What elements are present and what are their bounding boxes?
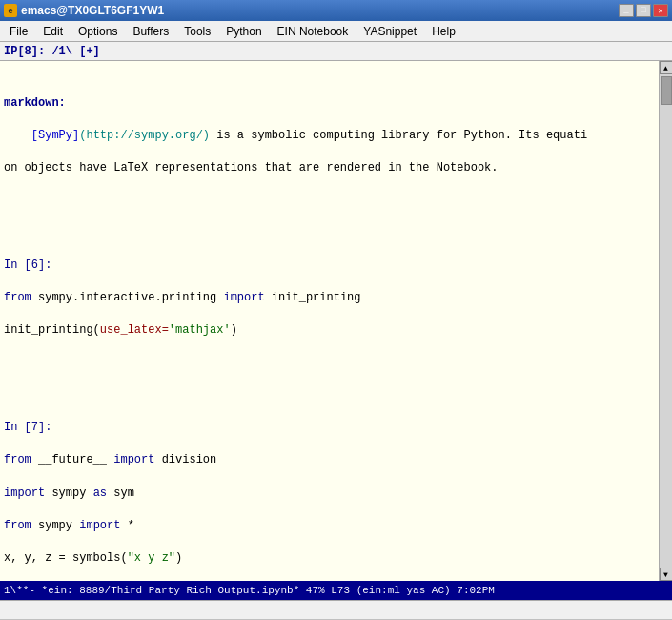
menu-file[interactable]: File xyxy=(2,21,35,41)
line-in6: In [6]: xyxy=(4,258,655,274)
ip-prompt: IP[8]: /1\ [+] xyxy=(4,45,100,58)
menu-edit[interactable]: Edit xyxy=(35,21,71,41)
maximize-button[interactable]: □ xyxy=(636,4,651,17)
menu-help[interactable]: Help xyxy=(424,21,463,41)
line-in7: In [7]: xyxy=(4,420,655,436)
menu-python[interactable]: Python xyxy=(218,21,269,41)
mini-bar xyxy=(0,600,672,619)
line-sympy-desc: [SymPy](http://sympy.org/) is a symbolic… xyxy=(4,128,655,144)
editor-content[interactable]: markdown: [SymPy](http://sympy.org/) is … xyxy=(0,61,659,581)
line-sympy-desc2: on objects have LaTeX representations th… xyxy=(4,160,655,176)
menu-bar: File Edit Options Buffers Tools Python E… xyxy=(0,21,672,42)
line-blank2 xyxy=(4,371,655,387)
prompt-line: IP[8]: /1\ [+] xyxy=(0,42,672,61)
scroll-thumb[interactable] xyxy=(661,76,672,105)
line-in7-code3: from sympy import * xyxy=(4,518,655,534)
scrollbar[interactable]: ▲ ▼ xyxy=(659,61,672,581)
scroll-up-arrow[interactable]: ▲ xyxy=(660,61,673,74)
title-bar-content: e emacs@TX0GLT6GF1YW1 xyxy=(4,4,164,17)
window-controls[interactable]: _ □ ✕ xyxy=(619,4,668,17)
scroll-down-arrow[interactable]: ▼ xyxy=(660,568,673,581)
menu-ein-notebook[interactable]: EIN Notebook xyxy=(270,21,356,41)
editor-area[interactable]: markdown: [SymPy](http://sympy.org/) is … xyxy=(0,61,672,581)
title-bar: e emacs@TX0GLT6GF1YW1 _ □ ✕ xyxy=(0,0,672,21)
line-in6-code1: from sympy.interactive.printing import i… xyxy=(4,290,655,306)
close-button[interactable]: ✕ xyxy=(653,4,668,17)
menu-buffers[interactable]: Buffers xyxy=(125,21,176,41)
menu-options[interactable]: Options xyxy=(71,21,125,41)
line-blank1 xyxy=(4,209,655,225)
menu-tools[interactable]: Tools xyxy=(176,21,218,41)
menu-yasnippet[interactable]: YASnippet xyxy=(356,21,424,41)
line-markdown: markdown: xyxy=(4,95,655,112)
line-in7-code1: from __future__ import division xyxy=(4,452,655,468)
line-in7-code4: x, y, z = symbols("x y z") xyxy=(4,550,655,567)
status-bar: 1\**- *ein: 8889/Third Party Rich Output… xyxy=(0,581,672,600)
minimize-button[interactable]: _ xyxy=(619,4,634,17)
window-title: emacs@TX0GLT6GF1YW1 xyxy=(21,4,164,17)
line-in7-code2: import sympy as sym xyxy=(4,486,655,502)
line-in6-code2: init_printing(use_latex='mathjax') xyxy=(4,322,655,339)
app-icon: e xyxy=(4,4,17,17)
status-bar-text: 1\**- *ein: 8889/Third Party Rich Output… xyxy=(4,585,668,596)
